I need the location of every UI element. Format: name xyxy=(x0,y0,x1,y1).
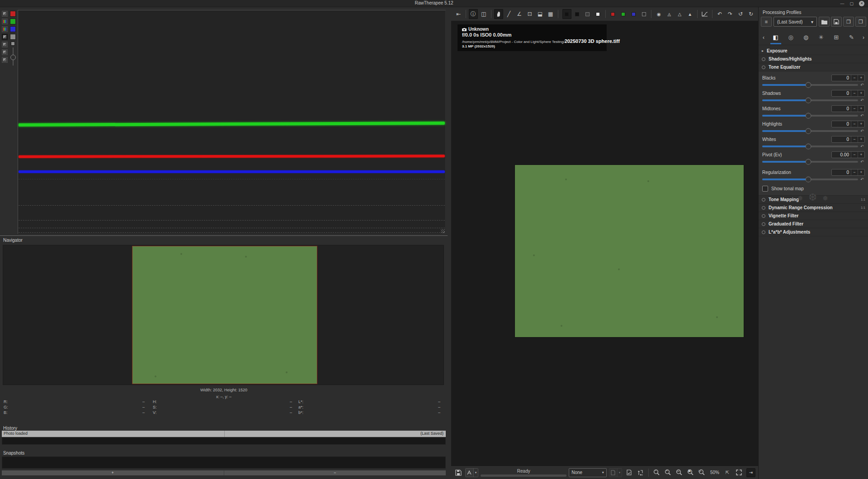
image-info-button[interactable]: ⓘ xyxy=(469,9,478,19)
increment-button[interactable]: + xyxy=(858,169,864,175)
histogram-mode-icon[interactable] xyxy=(2,11,8,17)
zoom-fit-button[interactable]: ▭ xyxy=(675,468,684,477)
preview-luminosity-button[interactable] xyxy=(639,9,648,19)
tool-dynamic-range-compression[interactable]: Dynamic Range Compression 1:1 xyxy=(759,204,868,212)
preview-sharpen-button[interactable] xyxy=(636,468,645,477)
external-editor-dropdown[interactable]: ▾ xyxy=(473,469,478,477)
fullscreen-button[interactable] xyxy=(734,468,743,477)
slider-value[interactable]: 0 xyxy=(832,106,851,112)
profile-select[interactable]: (Last Saved) ▾ xyxy=(774,17,817,27)
reset-icon[interactable]: ↶ xyxy=(860,144,865,149)
bg-black-button[interactable] xyxy=(573,9,582,19)
save-image-button[interactable] xyxy=(454,468,463,477)
undo-button[interactable]: ↶ xyxy=(715,9,724,19)
tab-detail[interactable]: ◎ xyxy=(784,31,797,44)
load-profile-button[interactable] xyxy=(819,17,830,27)
reset-icon[interactable]: ↶ xyxy=(860,129,865,133)
history-list[interactable] xyxy=(2,437,446,445)
hide-right-panel-button[interactable]: ⇥ xyxy=(746,468,755,477)
gamut-check-button[interactable]: ◬ xyxy=(665,9,674,19)
maximize-button[interactable]: ▢ xyxy=(849,0,854,7)
tab-color[interactable]: ◍ xyxy=(800,31,812,44)
show-tonal-map-checkbox[interactable] xyxy=(762,186,768,192)
power-icon[interactable] xyxy=(762,206,765,210)
crop-tool-button[interactable]: ⊡ xyxy=(525,9,534,19)
blacks-slider[interactable] xyxy=(762,84,858,86)
slider-knob[interactable] xyxy=(10,55,16,60)
straighten-button[interactable]: ∠ xyxy=(515,9,524,19)
green-channel-icon[interactable] xyxy=(10,19,16,24)
increment-button[interactable]: + xyxy=(858,106,864,112)
vectorscope-hs-icon[interactable] xyxy=(2,34,8,40)
increment-button[interactable]: + xyxy=(858,152,864,158)
frame-button[interactable]: ▦ xyxy=(546,9,555,19)
slider-knob[interactable] xyxy=(805,97,811,103)
slider-value[interactable]: 0 xyxy=(832,169,851,175)
bg-gray-button[interactable] xyxy=(583,9,592,19)
increment-button[interactable]: + xyxy=(858,75,864,81)
tabs-scroll-right[interactable]: › xyxy=(860,34,867,41)
decrement-button[interactable]: − xyxy=(851,75,858,81)
image[interactable] xyxy=(515,165,744,337)
zoom-fit-crop-button[interactable]: ▣ xyxy=(686,468,695,477)
decrement-button[interactable]: − xyxy=(851,152,858,158)
power-icon[interactable] xyxy=(762,230,765,234)
snapshots-list[interactable] xyxy=(2,456,446,469)
redo-all-button[interactable]: ↻ xyxy=(746,9,755,19)
zoom-in-button[interactable]: + xyxy=(664,468,673,477)
tool-shadows-highlights[interactable]: Shadows/Highlights xyxy=(759,55,868,63)
add-snapshot-button[interactable]: + xyxy=(2,470,224,475)
pivot-slider[interactable] xyxy=(762,161,858,163)
histogram-scale-icon[interactable] xyxy=(2,57,8,63)
vectorscope-hc-icon[interactable] xyxy=(2,42,8,47)
fill-mode-button[interactable]: ≡ xyxy=(761,17,772,27)
redo-button[interactable]: ↷ xyxy=(726,9,735,19)
preview-green-button[interactable] xyxy=(618,9,627,19)
history-selected-row[interactable]: Photo loaded (Last Saved) xyxy=(2,431,446,437)
paste-profile-button[interactable]: ❒ xyxy=(855,17,866,27)
slider-value[interactable]: 0 xyxy=(832,90,851,96)
preview-red-button[interactable] xyxy=(608,9,617,19)
undo-all-button[interactable]: ↺ xyxy=(736,9,745,19)
decrement-button[interactable]: − xyxy=(851,169,858,175)
shadow-clipping-button[interactable]: △ xyxy=(675,9,684,19)
navigator-preview[interactable] xyxy=(3,245,444,385)
gamut-warning-button[interactable] xyxy=(624,468,633,477)
slider-value[interactable]: 0 xyxy=(832,121,851,127)
hand-tool-button[interactable] xyxy=(494,9,503,19)
power-icon[interactable] xyxy=(762,66,765,69)
tab-exposure[interactable]: ◧ xyxy=(769,31,782,44)
tool-graduated-filter[interactable]: Graduated Filter xyxy=(759,220,868,228)
blue-channel-icon[interactable] xyxy=(10,26,16,32)
slider-knob[interactable] xyxy=(805,176,811,182)
color-profile-select[interactable]: None ▾ xyxy=(569,468,607,477)
minimize-button[interactable]: — xyxy=(840,0,844,7)
decrement-button[interactable]: − xyxy=(851,106,858,112)
reset-icon[interactable]: ↶ xyxy=(860,177,865,182)
tool-lab-adjustments[interactable]: L*a*b* Adjustments xyxy=(759,228,868,236)
power-icon[interactable] xyxy=(762,222,765,226)
tool-tone-equalizer[interactable]: Tone Equalizer xyxy=(759,63,868,71)
decrement-button[interactable]: − xyxy=(851,90,858,96)
waveform-mode-icon[interactable] xyxy=(2,19,8,24)
tabs-scroll-left[interactable]: ‹ xyxy=(760,34,767,41)
luminosity-channel-icon[interactable] xyxy=(10,34,16,40)
midtones-slider[interactable] xyxy=(762,115,858,117)
reset-icon[interactable]: ↶ xyxy=(860,160,865,164)
tab-advanced[interactable]: ✳ xyxy=(815,31,827,44)
detach-preview-button[interactable]: ⇱ xyxy=(723,468,732,477)
parade-mode-icon[interactable] xyxy=(2,26,8,32)
close-button[interactable]: ✕ xyxy=(859,1,864,6)
decrement-button[interactable]: − xyxy=(851,136,858,142)
false-color-button[interactable]: ◉ xyxy=(654,9,663,19)
power-icon[interactable] xyxy=(762,57,765,61)
highlights-slider[interactable] xyxy=(762,130,858,132)
increment-button[interactable]: + xyxy=(858,90,864,96)
external-editor-button[interactable]: ▾ xyxy=(465,468,478,477)
chromaticity-channel-icon[interactable] xyxy=(11,42,15,46)
tool-vignette-filter[interactable]: Vignette Filter xyxy=(759,212,868,220)
zoom-100-button[interactable]: 1:1 xyxy=(698,468,707,477)
bg-white-button[interactable] xyxy=(594,9,603,19)
red-channel-icon[interactable] xyxy=(10,11,16,17)
trace-brightness-slider[interactable] xyxy=(10,47,16,66)
